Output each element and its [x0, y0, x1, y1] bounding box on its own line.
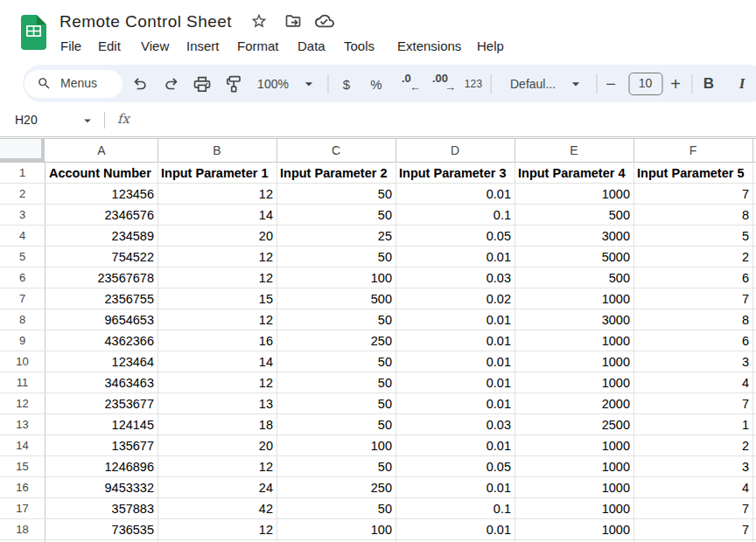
cell-D1[interactable]: Input Parameter 3 [396, 163, 514, 184]
cell-A5[interactable]: 754522 [46, 247, 158, 268]
cell-D15[interactable]: 0.05 [396, 457, 514, 477]
cell-C10[interactable]: 50 [277, 352, 396, 372]
menu-item-file[interactable]: File [60, 37, 81, 55]
cell-B1[interactable]: Input Parameter 1 [158, 163, 276, 184]
cell-F3[interactable]: 8 [634, 205, 752, 226]
star-icon[interactable] [250, 12, 268, 30]
cell-C4[interactable]: 25 [277, 226, 396, 247]
cell-A13[interactable]: 124145 [46, 415, 158, 435]
zoom-caret-icon[interactable] [300, 75, 318, 93]
menu-item-view[interactable]: View [141, 37, 169, 55]
cell-C17[interactable]: 50 [277, 499, 396, 519]
cell-D16[interactable]: 0.01 [396, 478, 514, 498]
cell-F2[interactable]: 7 [634, 184, 752, 205]
row-header-2[interactable]: 2 [0, 184, 45, 204]
cell-F16[interactable]: 4 [634, 478, 752, 498]
document-title[interactable]: Remote Control Sheet [60, 11, 232, 31]
row-header-18[interactable]: 18 [0, 519, 45, 539]
cell-C18[interactable]: 100 [277, 520, 396, 540]
cell-A15[interactable]: 1246896 [46, 457, 158, 477]
cell-C12[interactable]: 50 [277, 394, 396, 414]
cell-D9[interactable]: 0.01 [396, 331, 514, 351]
cell-B3[interactable]: 14 [158, 205, 276, 226]
cell-E13[interactable]: 2500 [515, 415, 634, 435]
cell-F9[interactable]: 6 [634, 331, 752, 351]
paint-format-icon[interactable] [222, 73, 243, 94]
cell-C3[interactable]: 50 [277, 205, 396, 226]
cell-B14[interactable]: 20 [158, 436, 276, 456]
cell-A9[interactable]: 4362366 [46, 331, 158, 351]
menus-search-button[interactable]: Menus [24, 70, 122, 98]
cell-D8[interactable]: 0.01 [396, 310, 514, 330]
cell-A4[interactable]: 234589 [46, 226, 158, 247]
cell-F5[interactable]: 2 [634, 247, 752, 268]
print-icon[interactable] [192, 73, 213, 94]
cell-A1[interactable]: Account Number [46, 163, 158, 184]
cell-F1[interactable]: Input Parameter 5 [634, 163, 752, 184]
cell-E6[interactable]: 500 [515, 268, 634, 288]
decrease-decimal-button[interactable]: .0 ← [397, 73, 420, 94]
cell-E2[interactable]: 1000 [515, 184, 634, 205]
cell-F10[interactable]: 3 [634, 352, 752, 372]
cell-F12[interactable]: 7 [634, 394, 752, 414]
cell-B10[interactable]: 14 [158, 352, 276, 372]
cloud-saved-icon[interactable] [315, 11, 334, 31]
cell-A17[interactable]: 357883 [46, 499, 158, 519]
cell-D14[interactable]: 0.01 [396, 436, 514, 456]
cell-A14[interactable]: 135677 [46, 436, 158, 456]
cell-F4[interactable]: 5 [634, 226, 752, 247]
more-formats-button[interactable]: 123 [465, 78, 483, 90]
row-header-12[interactable]: 12 [0, 393, 45, 413]
cell-C1[interactable]: Input Parameter 2 [277, 163, 396, 184]
row-header-16[interactable]: 16 [0, 477, 45, 497]
cell-E15[interactable]: 1000 [515, 457, 634, 477]
cell-B18[interactable]: 12 [158, 520, 276, 540]
cell-E10[interactable]: 1000 [515, 352, 634, 372]
cell-E12[interactable]: 2000 [515, 394, 634, 414]
column-header-A[interactable]: A [46, 139, 158, 162]
increase-font-size-button[interactable]: + [670, 73, 681, 94]
cell-E9[interactable]: 1000 [515, 331, 634, 351]
column-header-E[interactable]: E [514, 139, 634, 162]
cell-D12[interactable]: 0.01 [396, 394, 514, 414]
cell-D7[interactable]: 0.02 [396, 289, 514, 309]
redo-button[interactable] [161, 73, 182, 94]
cell-B13[interactable]: 18 [158, 415, 276, 435]
cell-C5[interactable]: 50 [277, 247, 396, 268]
row-header-3[interactable]: 3 [0, 205, 45, 225]
cell-F18[interactable]: 7 [634, 520, 752, 540]
cell-C11[interactable]: 50 [277, 373, 396, 393]
undo-button[interactable] [130, 73, 150, 94]
cell-F15[interactable]: 3 [634, 457, 752, 477]
zoom-select[interactable]: 100% [257, 77, 289, 91]
cell-A12[interactable]: 2353677 [46, 394, 158, 414]
font-caret-icon[interactable] [567, 75, 584, 93]
cell-E11[interactable]: 1000 [515, 373, 634, 393]
cell-E16[interactable]: 1000 [515, 478, 634, 498]
cell-C13[interactable]: 50 [277, 415, 396, 435]
cell-A6[interactable]: 23567678 [46, 268, 158, 288]
cell-B5[interactable]: 12 [158, 247, 276, 268]
cell-B12[interactable]: 13 [158, 394, 276, 414]
cell-E17[interactable]: 1000 [515, 499, 634, 519]
cell-D5[interactable]: 0.01 [396, 247, 514, 268]
font-select[interactable]: Defaul... [510, 77, 556, 91]
cell-C7[interactable]: 500 [277, 289, 396, 309]
column-header-F[interactable]: F [634, 139, 752, 162]
cell-C8[interactable]: 50 [277, 310, 396, 330]
cell-D11[interactable]: 0.01 [396, 373, 514, 393]
cell-B9[interactable]: 16 [158, 331, 276, 351]
increase-decimal-button[interactable]: .00 → [430, 73, 452, 94]
column-header-C[interactable]: C [276, 139, 396, 162]
column-header-B[interactable]: B [158, 139, 276, 162]
row-header-14[interactable]: 14 [0, 435, 45, 455]
cell-C9[interactable]: 250 [277, 331, 396, 351]
cell-C16[interactable]: 250 [277, 478, 396, 498]
cell-C15[interactable]: 50 [277, 457, 396, 477]
cell-A18[interactable]: 736535 [46, 520, 158, 540]
cell-D18[interactable]: 0.01 [396, 520, 514, 540]
cell-D3[interactable]: 0.1 [396, 205, 514, 226]
cell-A10[interactable]: 123464 [46, 352, 158, 372]
cell-B2[interactable]: 12 [158, 184, 276, 205]
cell-B8[interactable]: 12 [158, 310, 276, 330]
